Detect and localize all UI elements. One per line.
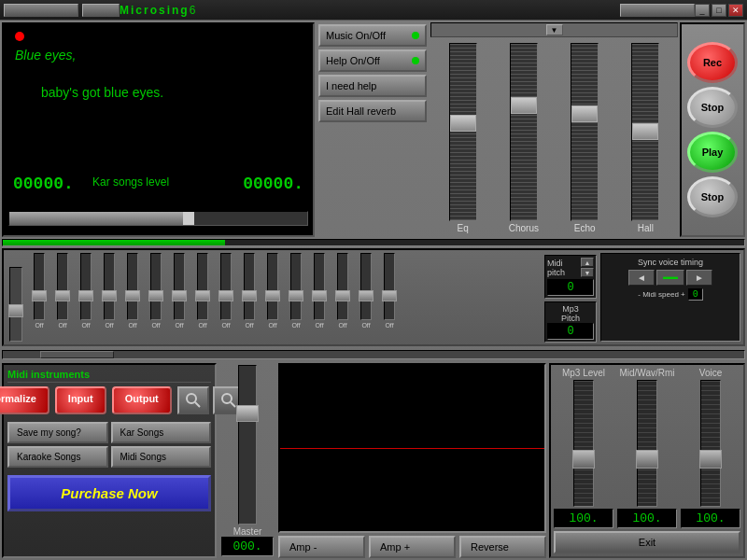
normalize-button[interactable]: Normalize	[0, 386, 49, 414]
channel-fader-track-12[interactable]	[314, 253, 325, 320]
music-on-off-button[interactable]: Music On/Off	[318, 24, 427, 47]
master-display: 000.	[221, 537, 274, 556]
chorus-slider[interactable]	[510, 43, 538, 221]
channel-fader-thumb-1[interactable]	[55, 290, 70, 301]
output-button[interactable]: Output	[112, 386, 172, 414]
midi-instruments-title: Midi instruments	[7, 369, 211, 383]
channel-fader-track-4[interactable]	[127, 253, 138, 320]
channel-fader-track-2[interactable]	[80, 253, 92, 320]
echo-slider[interactable]	[571, 43, 599, 221]
exit-button[interactable]: Exit	[554, 531, 740, 553]
mixer-scrollbar[interactable]	[2, 350, 745, 359]
input-button[interactable]: Input	[55, 386, 106, 414]
karaoke-songs-button[interactable]: Karaoke Songs	[7, 446, 108, 468]
channel-fader-track-7[interactable]	[197, 253, 208, 320]
channel-fader-thumb-8[interactable]	[218, 290, 233, 301]
waveform-section: Amp - Amp + Reverse	[278, 363, 546, 558]
midi-pitch-up[interactable]: ▲	[581, 258, 594, 267]
channel-fader-thumb-3[interactable]	[102, 290, 117, 301]
hall-thumb[interactable]	[632, 123, 658, 140]
sync-btn-left[interactable]: ◄	[628, 270, 655, 286]
hall-channel: Hall	[617, 43, 674, 233]
channel-fader-thumb-11[interactable]	[289, 290, 303, 301]
mp3-level-thumb[interactable]	[572, 450, 595, 469]
channel-fader-thumb-7[interactable]	[195, 290, 210, 301]
channel-fader-track-0[interactable]	[34, 253, 45, 320]
midi-pitch-down[interactable]: ▼	[581, 268, 594, 277]
sync-btn-right[interactable]: ►	[686, 270, 712, 286]
purchase-now-button[interactable]: Purchase Now	[7, 475, 211, 511]
midi-songs-button[interactable]: Midi Songs	[111, 446, 212, 468]
play-button[interactable]: Play	[687, 132, 738, 173]
mid-wav-rmi-display: l00.	[617, 509, 677, 528]
kar-songs-button[interactable]: Kar Songs	[111, 422, 212, 443]
close-button[interactable]: ✕	[728, 4, 743, 17]
channel-fader-track-11[interactable]	[290, 253, 302, 320]
lyrics-line2: baby's got blue eyes.	[41, 85, 163, 100]
channel-fader-thumb-6[interactable]	[172, 290, 187, 301]
main-progress-bar[interactable]	[2, 239, 745, 246]
channel-fader-track-15[interactable]	[384, 253, 395, 320]
channel-fader-track-9[interactable]	[244, 253, 255, 320]
sync-controls: ◄ ▬▬ ►	[605, 270, 736, 286]
mid-wav-rmi-fader[interactable]	[637, 380, 657, 507]
waveform-line	[280, 448, 544, 449]
channel-fader-thumb-5[interactable]	[148, 290, 163, 301]
channel-label-15: Off	[385, 322, 393, 329]
midi-speed-display: 0	[688, 288, 703, 301]
stop-button-2[interactable]: Stop	[687, 176, 738, 217]
lyrics-progress-bar[interactable]	[8, 211, 308, 226]
channel-fader-thumb-15[interactable]	[382, 290, 397, 301]
amp-minus-button[interactable]: Amp -	[278, 536, 365, 558]
maximize-button[interactable]: □	[712, 4, 726, 17]
lyrics-progress-thumb[interactable]	[183, 212, 194, 225]
mid-wav-rmi-thumb[interactable]	[636, 450, 658, 469]
echo-thumb[interactable]	[571, 105, 598, 122]
amp-plus-button[interactable]: Amp +	[369, 536, 456, 558]
rec-button[interactable]: Rec	[687, 42, 738, 83]
lyrics-counter-left: 00000.	[13, 175, 74, 193]
channel-fader-thumb-2[interactable]	[78, 290, 93, 301]
music-indicator	[412, 32, 419, 39]
channel-fader-thumb-0[interactable]	[32, 290, 47, 301]
channel-fader-track-1[interactable]	[57, 253, 68, 320]
scroll-up-btn[interactable]: ▼	[546, 24, 563, 35]
channel-fader-track-5[interactable]	[150, 253, 162, 320]
hall-slider[interactable]	[631, 43, 659, 221]
help-on-off-button[interactable]: Help On/Off	[318, 49, 427, 72]
mp3-level-fader[interactable]	[573, 380, 594, 507]
i-need-help-button[interactable]: I need help	[318, 75, 427, 97]
voice-fader[interactable]	[700, 380, 721, 507]
channel-fader-thumb-4[interactable]	[125, 290, 140, 301]
channel-label-14: Off	[361, 322, 370, 329]
channel-label-1: Off	[58, 322, 66, 329]
channel-fader-thumb-13[interactable]	[335, 290, 350, 301]
channel-strip-3: Off	[98, 253, 120, 342]
eq-thumb[interactable]	[450, 115, 476, 132]
title-bar: Microsing 6 _ □ ✕	[0, 0, 747, 21]
save-song-button[interactable]: Save my song?	[7, 422, 108, 443]
channel-fader-track-13[interactable]	[337, 253, 348, 320]
channel-fader-track-8[interactable]	[220, 253, 232, 320]
channel-strip-2: Off	[75, 253, 97, 342]
search-btn-1[interactable]	[177, 386, 209, 414]
master-fader[interactable]	[238, 365, 257, 525]
sync-indicator: ▬▬	[656, 270, 684, 286]
channel-fader-thumb-10[interactable]	[265, 290, 280, 301]
stop-button-1[interactable]: Stop	[687, 87, 738, 128]
channel-fader-track-3[interactable]	[104, 253, 115, 320]
waveform-display	[278, 363, 546, 533]
minimize-button[interactable]: _	[695, 4, 710, 17]
master-thumb[interactable]	[236, 405, 259, 422]
channel-fader-thumb-12[interactable]	[312, 290, 327, 301]
channel-fader-thumb-9[interactable]	[242, 290, 257, 301]
channel-fader-track-10[interactable]	[267, 253, 278, 320]
channel-fader-track-14[interactable]	[360, 253, 372, 320]
channel-fader-thumb-14[interactable]	[359, 290, 374, 301]
edit-hall-reverb-button[interactable]: Edit Hall reverb	[318, 100, 427, 122]
chorus-thumb[interactable]	[511, 97, 537, 114]
reverse-button[interactable]: Reverse	[459, 536, 546, 558]
channel-fader-track-6[interactable]	[174, 253, 185, 320]
voice-thumb[interactable]	[699, 450, 722, 469]
eq-slider[interactable]	[449, 43, 477, 221]
